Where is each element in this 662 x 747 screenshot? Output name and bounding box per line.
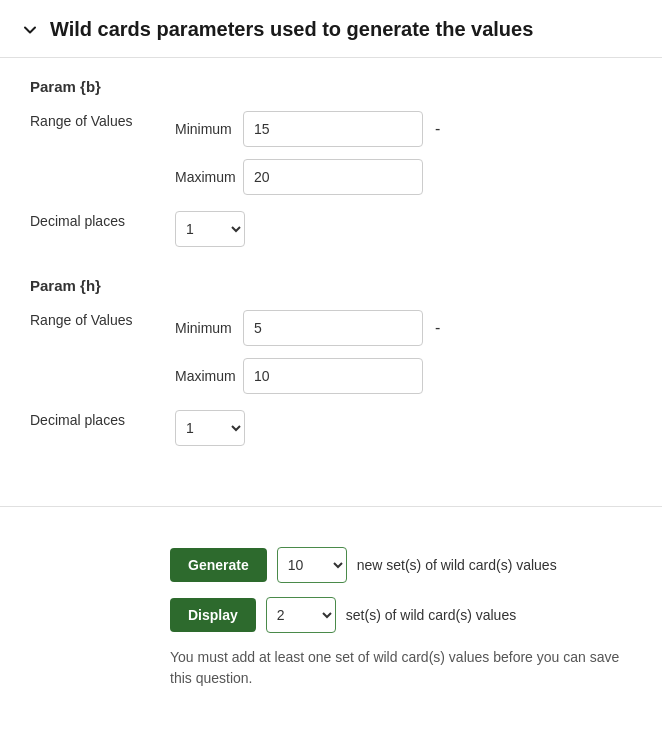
- param-h-max-input[interactable]: [243, 358, 423, 394]
- generate-row: Generate 5 10 15 20 25 30 new set(s) of …: [170, 547, 632, 583]
- bottom-area: Generate 5 10 15 20 25 30 new set(s) of …: [0, 527, 662, 709]
- param-b-min-label: Minimum: [175, 121, 235, 137]
- param-b-range-row: Range of Values Minimum - Maximum: [30, 111, 632, 195]
- param-h-decimal-row: Decimal places 0 1 2 3: [30, 410, 632, 446]
- generate-count-select[interactable]: 5 10 15 20 25 30: [277, 547, 347, 583]
- display-button[interactable]: Display: [170, 598, 256, 632]
- param-h-decimal-label: Decimal places: [30, 410, 175, 428]
- param-b-min-dash: -: [435, 120, 440, 138]
- chevron-down-icon[interactable]: [20, 20, 40, 40]
- param-b-max-label: Maximum: [175, 169, 235, 185]
- param-h-label: Param {h}: [30, 277, 632, 294]
- section-title: Wild cards parameters used to generate t…: [50, 18, 533, 41]
- param-h-min-input[interactable]: [243, 310, 423, 346]
- param-b-block: Param {b} Range of Values Minimum - Maxi…: [30, 78, 632, 247]
- display-count-select[interactable]: 1 2 3 4 5: [266, 597, 336, 633]
- param-b-min-row: Minimum -: [175, 111, 440, 147]
- param-b-max-input[interactable]: [243, 159, 423, 195]
- param-b-decimal-label: Decimal places: [30, 211, 175, 229]
- section-header: Wild cards parameters used to generate t…: [0, 0, 662, 58]
- display-row: Display 1 2 3 4 5 set(s) of wild card(s)…: [170, 597, 632, 633]
- param-h-max-label: Maximum: [175, 368, 235, 384]
- display-suffix-text: set(s) of wild card(s) values: [346, 607, 516, 623]
- param-h-range-fields: Minimum - Maximum: [175, 310, 440, 394]
- divider: [0, 506, 662, 507]
- param-b-name: {b}: [80, 78, 101, 95]
- param-h-block: Param {h} Range of Values Minimum - Maxi…: [30, 277, 632, 446]
- main-container: Wild cards parameters used to generate t…: [0, 0, 662, 747]
- param-b-min-input[interactable]: [243, 111, 423, 147]
- param-h-max-row: Maximum: [175, 358, 440, 394]
- param-b-decimal-select[interactable]: 0 1 2 3: [175, 211, 245, 247]
- param-h-min-dash: -: [435, 319, 440, 337]
- param-b-label: Param {b}: [30, 78, 632, 95]
- warning-text: You must add at least one set of wild ca…: [170, 647, 620, 689]
- param-h-range-row: Range of Values Minimum - Maximum: [30, 310, 632, 394]
- generate-button[interactable]: Generate: [170, 548, 267, 582]
- param-h-min-label: Minimum: [175, 320, 235, 336]
- param-b-decimal-row: Decimal places 0 1 2 3: [30, 211, 632, 247]
- params-area: Param {b} Range of Values Minimum - Maxi…: [0, 58, 662, 496]
- param-b-range-fields: Minimum - Maximum: [175, 111, 440, 195]
- param-h-name: {h}: [80, 277, 101, 294]
- param-b-range-label: Range of Values: [30, 111, 175, 129]
- param-h-range-label: Range of Values: [30, 310, 175, 328]
- param-h-min-row: Minimum -: [175, 310, 440, 346]
- generate-suffix-text: new set(s) of wild card(s) values: [357, 557, 557, 573]
- param-b-max-row: Maximum: [175, 159, 440, 195]
- param-h-decimal-select[interactable]: 0 1 2 3: [175, 410, 245, 446]
